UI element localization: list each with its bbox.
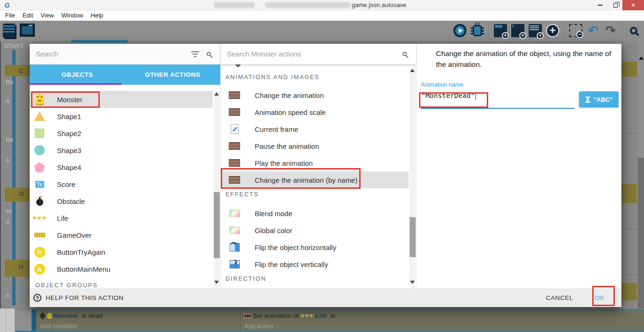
event-action-cell: Set animation ofLife to "Life0" Add acti… [240,309,644,331]
menu-file[interactable]: File [1,10,19,21]
delete-event-button[interactable]: − [568,23,583,39]
undo-button[interactable]: ↶ [586,23,601,39]
object-label: ButtonMainMenu [57,265,110,273]
objects-search-bar [30,44,220,65]
add-event-button[interactable]: + [493,23,508,39]
help-for-this-action-button[interactable]: ? HELP FOR THIS ACTION [33,294,124,302]
object-row-shape2[interactable]: Shape2 [30,125,213,142]
object-row-shape1[interactable]: Shape1 [30,108,213,125]
hearts-icon [33,216,46,221]
event-sheet-row: Monster is dead Add condition Set animat… [0,308,644,332]
restore-button[interactable] [608,0,622,10]
actions-search-input[interactable] [221,50,402,58]
add-event-icon: + [494,24,507,37]
event-text-fragment: Re [6,79,14,86]
condition-object-name: Monster [54,312,79,319]
actions-search-bar [221,44,416,65]
object-row-obstacle[interactable]: Obstacle [30,193,213,210]
scroll-down-icon[interactable] [410,281,415,284]
film-mini-icon [244,314,251,318]
retry-button-icon [33,247,46,258]
ok-button[interactable]: OK [595,294,604,301]
events-scrollbar-thumb[interactable] [638,158,644,332]
objects-scrollbar-track[interactable] [214,91,220,288]
scene-editor-icon[interactable] [20,24,35,37]
object-row-buttonmainmenu[interactable]: ButtonMainMenu [30,260,213,277]
object-row-monster[interactable]: Monster [30,91,213,108]
tab-objects[interactable]: OBJECTS [30,65,125,85]
action-text: Set animation ofLife to "Life0" [244,312,357,319]
action-row-change-animation[interactable]: Change the animation [221,87,409,104]
object-row-score[interactable]: Score [30,176,213,193]
scroll-down-icon[interactable] [214,281,219,284]
close-button[interactable]: ✕ [622,0,644,10]
debug-button[interactable] [470,23,485,39]
action-label: Animation speed scale [255,108,326,116]
add-comment-button[interactable]: + [528,23,543,39]
expression-builder-button[interactable]: Σ "ABC" [579,91,619,107]
add-new-button[interactable]: + [545,23,560,39]
action-row-animation-speed-scale[interactable]: Animation speed scale [221,104,409,121]
object-label: Life [57,214,68,222]
background-comment-block [5,259,30,277]
background-row-divider [621,275,638,275]
action-row-pause-animation[interactable]: Pause the animation [221,138,409,154]
minimize-button[interactable] [593,0,607,10]
redo-button[interactable]: ↷ [603,23,618,39]
action-row-flip-horizontal[interactable]: Flip the object horizontally [221,239,409,256]
object-row-buttontryagain[interactable]: ButtonTryAgain [30,243,213,260]
action-row-blend-mode[interactable]: Blend mode [221,205,409,222]
action-description: Change the animation of the object, usin… [436,48,620,70]
background-tab-indicator [71,40,128,43]
objects-scrollbar-thumb[interactable] [214,192,220,258]
gdevelop-logo-icon: G [3,1,11,9]
input-underline [421,108,574,109]
menu-edit[interactable]: Edit [19,10,37,21]
toolbar-separator [489,24,489,38]
section-header-direction: DIRECTION [225,275,416,285]
action-detail-panel: Change the animation of the object, usin… [417,44,621,288]
animation-name-input[interactable]: "MonsterDead" [421,92,476,100]
action-row-change-animation-by-name[interactable]: Change the animation (by name) [221,171,409,188]
objects-list: Monster Shape1 Shape2 Shape3 Shape4 Scor… [30,85,220,288]
scroll-up-icon[interactable] [639,57,644,60]
preview-play-button[interactable] [452,23,467,39]
action-row-play-animation[interactable]: Play the animation [221,154,409,171]
object-row-shape4[interactable]: Shape4 [30,159,213,176]
action-row-global-color[interactable]: Global color [221,222,409,239]
gear-icon [40,313,45,318]
action-label: Pause the animation [255,142,319,150]
object-row-life[interactable]: Life [30,210,213,227]
menu-help[interactable]: Help [87,10,107,21]
title-bar: G game.json.autosave ✕ [0,0,644,10]
scroll-up-icon[interactable] [214,92,219,96]
filter-icon[interactable] [191,51,199,57]
add-subevent-button[interactable]: + [510,23,525,39]
blend-mode-icon [228,210,241,217]
project-manager-icon[interactable] [3,24,15,38]
object-groups-header: OBJECT GROUPS [35,282,220,288]
redacted-title-text [214,2,255,8]
dialog-footer: ? HELP FOR THIS ACTION CANCEL OK [30,288,621,307]
object-label: Shape1 [57,113,81,121]
menu-view[interactable]: View [37,10,57,21]
event-text-fragment: Re [6,136,14,143]
cancel-button[interactable]: CANCEL [546,294,573,301]
object-row-gameover[interactable]: GameOver [30,227,213,243]
actions-list: ANIMATIONS AND IMAGES Change the animati… [221,65,416,288]
plus-badge-icon: + [519,32,526,39]
object-label: Shape4 [57,163,81,171]
action-row-flip-vertical[interactable]: Flip the object vertically [221,256,409,273]
background-comment-block [621,283,637,300]
scroll-up-icon[interactable] [410,69,415,72]
minus-badge-icon: − [576,31,583,38]
actions-scrollbar-thumb[interactable] [410,217,416,257]
object-row-shape3[interactable]: Shape3 [30,142,213,159]
tab-other-actions[interactable]: OTHER ACTIONS [125,65,221,85]
menu-window[interactable]: Window [57,10,87,21]
debug-icon [473,25,482,36]
objects-search-input[interactable] [30,50,191,58]
action-row-current-frame[interactable]: Current frame [221,121,409,138]
search-icon [402,52,407,56]
search-events-button[interactable] [626,23,641,39]
